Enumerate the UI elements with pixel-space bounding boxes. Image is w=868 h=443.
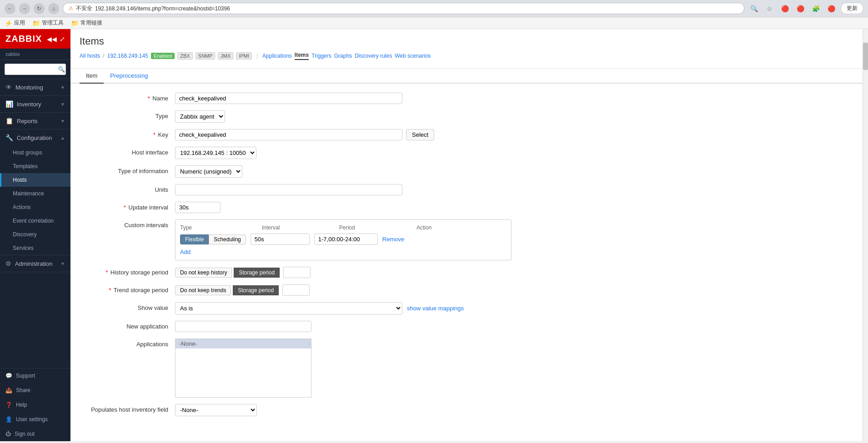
- sidebar-item-share[interactable]: 📤 Share: [0, 383, 70, 398]
- type-of-info-select[interactable]: Numeric (unsigned): [175, 165, 242, 178]
- ext3-icon[interactable]: 🧩: [810, 3, 822, 15]
- host-interface-field: 192.168.249.145 : 10050: [175, 147, 512, 159]
- ci-add-btn[interactable]: Add: [180, 249, 191, 255]
- show-value-select[interactable]: As is: [175, 302, 402, 314]
- key-input[interactable]: [175, 129, 402, 140]
- units-input[interactable]: [175, 184, 402, 195]
- name-input[interactable]: [175, 93, 402, 104]
- graphs-link[interactable]: Graphs: [334, 53, 352, 59]
- web-scenarios-link[interactable]: Web scenarios: [395, 53, 431, 59]
- items-link[interactable]: Items: [295, 52, 309, 60]
- bookmark-icon[interactable]: ☆: [763, 3, 775, 15]
- tab-preprocessing[interactable]: Preprocessing: [104, 69, 154, 84]
- history-value-input[interactable]: [283, 267, 311, 278]
- user-settings-label: User settings: [16, 416, 48, 423]
- trend-storage-period-btn[interactable]: Storage period: [233, 285, 279, 295]
- collapse-icon[interactable]: ◀◀: [47, 35, 57, 43]
- reload-button[interactable]: ↻: [34, 3, 45, 14]
- host-interface-select[interactable]: 192.168.249.145 : 10050: [175, 147, 256, 159]
- ci-period-input[interactable]: [314, 234, 378, 245]
- history-storage-period-btn[interactable]: Storage period: [234, 268, 280, 278]
- bookmark-manage[interactable]: 📁 管理工具: [32, 19, 64, 27]
- discovery-rules-link[interactable]: Discovery rules: [355, 53, 392, 59]
- page-header: Items All hosts / 192.168.249.145 Enable…: [70, 29, 863, 69]
- search-icon[interactable]: 🔍: [748, 3, 760, 15]
- update-interval-field: [175, 202, 512, 213]
- sidebar-item-templates[interactable]: Templates: [0, 159, 70, 173]
- sidebar-item-support[interactable]: 💬 Support: [0, 368, 70, 383]
- populates-row: Populates host inventory field -None-: [84, 404, 512, 416]
- trend-no-keep-btn[interactable]: Do not keep trends: [175, 285, 231, 295]
- sidebar-item-discovery[interactable]: Discovery: [0, 228, 70, 241]
- applications-label: Applications: [84, 338, 175, 348]
- flexible-btn[interactable]: Flexible: [180, 234, 209, 244]
- sidebar-item-sign-out[interactable]: ⏻ Sign out: [0, 427, 70, 441]
- configuration-icon: 🔧: [5, 134, 13, 141]
- history-no-keep-btn[interactable]: Do not keep history: [175, 268, 232, 278]
- ext1-icon[interactable]: 🔴: [779, 3, 791, 15]
- back-button[interactable]: ←: [5, 3, 15, 14]
- search-input[interactable]: [5, 64, 66, 75]
- administration-chevron: ▼: [60, 261, 65, 266]
- name-label: * Name: [84, 93, 175, 102]
- host-interface-row: Host interface 192.168.249.145 : 10050: [84, 147, 512, 159]
- ext4-icon[interactable]: 🔴: [825, 3, 837, 15]
- support-label: Support: [16, 373, 35, 379]
- reports-header[interactable]: 📋 Reports ▼: [0, 113, 70, 129]
- breadcrumb-separator: /: [103, 53, 104, 59]
- manage-bookmark-icon: 📁: [32, 20, 40, 27]
- sidebar-item-user-settings[interactable]: 👤 User settings: [0, 412, 70, 427]
- browser-icons: 🔍 ☆ 🔴 🔴 🧩 🔴 更新: [748, 3, 863, 15]
- populates-select[interactable]: -None-: [175, 404, 257, 416]
- right-scrollbar[interactable]: [863, 29, 868, 441]
- monitoring-header[interactable]: 👁 Monitoring ▼: [0, 79, 70, 95]
- update-interval-input[interactable]: [175, 202, 221, 213]
- address-bar[interactable]: ⚠ 不安全 192.168.249.146/items.php?form=cre…: [63, 3, 744, 14]
- bookmark-links[interactable]: 📁 常用链接: [71, 19, 102, 27]
- inventory-icon: 📊: [5, 100, 13, 108]
- search-btn[interactable]: 🔍: [58, 66, 65, 73]
- new-application-label: New application: [84, 321, 175, 330]
- sidebar-item-maintenance[interactable]: Maintenance: [0, 187, 70, 200]
- show-value-mappings-link[interactable]: show value mappings: [407, 305, 464, 312]
- expand-icon[interactable]: ⤢: [60, 35, 65, 43]
- all-hosts-link[interactable]: All hosts: [80, 53, 100, 59]
- bookmark-apps[interactable]: ⚡ 应用: [5, 19, 25, 27]
- page-title: Items: [80, 35, 853, 47]
- new-application-input[interactable]: [175, 321, 311, 332]
- administration-header[interactable]: ⚙ Administration ▼: [0, 255, 70, 272]
- history-field: Do not keep history Storage period: [175, 267, 512, 278]
- sidebar-item-services[interactable]: Services: [0, 241, 70, 255]
- host-link[interactable]: 192.168.249.145: [107, 53, 148, 59]
- key-required-marker: *: [153, 131, 156, 138]
- tag-snmp: SNMP: [196, 52, 216, 60]
- sidebar-item-host-groups[interactable]: Host groups: [0, 146, 70, 159]
- tag-jmx: JMX: [218, 52, 233, 60]
- tab-item[interactable]: Item: [80, 69, 104, 84]
- applications-link[interactable]: Applications: [262, 53, 292, 59]
- ci-interval-input[interactable]: [251, 234, 310, 245]
- applications-none-option[interactable]: -None-: [176, 339, 311, 348]
- units-label: Units: [84, 184, 175, 193]
- select-key-button[interactable]: Select: [406, 129, 434, 140]
- trend-value-input[interactable]: [282, 284, 310, 296]
- sidebar-item-event-correlation[interactable]: Event correlation: [0, 214, 70, 228]
- configuration-header[interactable]: 🔧 Configuration ▲: [0, 129, 70, 146]
- ci-remove-btn[interactable]: Remove: [382, 236, 404, 243]
- sidebar-item-help[interactable]: ❓ Help: [0, 398, 70, 412]
- home-button[interactable]: ⌂: [48, 3, 59, 14]
- update-button[interactable]: 更新: [841, 3, 863, 14]
- type-of-info-row: Type of information Numeric (unsigned): [84, 165, 512, 178]
- inventory-header[interactable]: 📊 Inventory ▼: [0, 96, 70, 112]
- tag-zbx: ZBX: [177, 52, 192, 60]
- forward-button[interactable]: →: [19, 3, 30, 14]
- triggers-link[interactable]: Triggers: [311, 53, 331, 59]
- security-warning-icon: ⚠: [69, 5, 73, 11]
- ext2-icon[interactable]: 🔴: [794, 3, 806, 15]
- type-select[interactable]: Zabbix agent: [175, 110, 225, 123]
- scheduling-btn[interactable]: Scheduling: [209, 234, 246, 244]
- applications-listbox[interactable]: -None-: [175, 338, 311, 398]
- sidebar-item-actions[interactable]: Actions: [0, 200, 70, 214]
- custom-intervals-label: Custom intervals: [84, 219, 175, 229]
- sidebar-item-hosts[interactable]: Hosts: [0, 173, 70, 187]
